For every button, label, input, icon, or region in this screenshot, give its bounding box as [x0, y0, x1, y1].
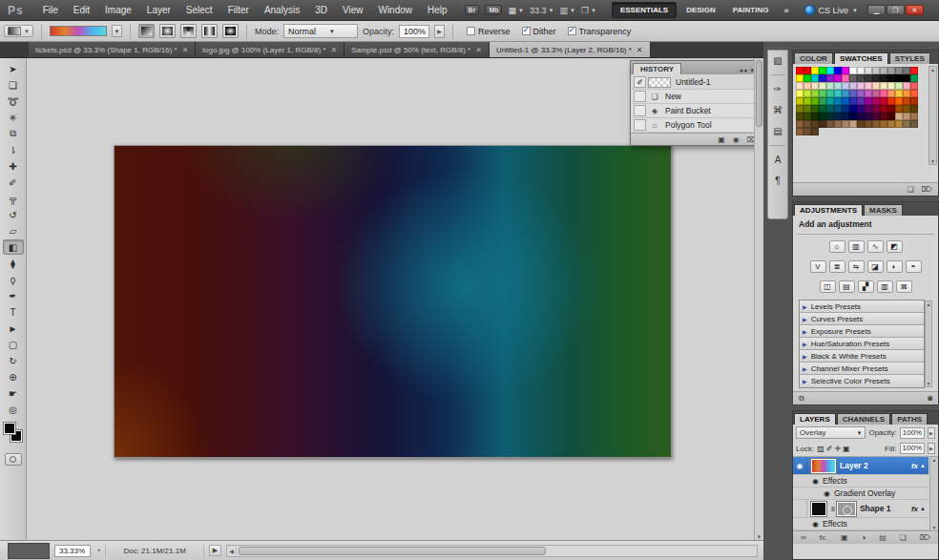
lock-icon[interactable]: ✐: [826, 445, 833, 453]
tool-button[interactable]: ☛: [3, 385, 24, 401]
history-snapshot-row[interactable]: ✐ Untitled-1: [632, 75, 754, 90]
color-swatch[interactable]: [865, 82, 872, 90]
history-tab[interactable]: HISTORY: [633, 63, 681, 74]
color-swatch[interactable]: [811, 128, 819, 135]
document-size-info[interactable]: Doc: 21.1M/21.1M: [105, 545, 203, 557]
tool-button[interactable]: ▢: [3, 337, 24, 352]
history-panel-menu-icon[interactable]: ◂◂ ▾≡: [735, 67, 754, 74]
color-swatch[interactable]: [796, 128, 803, 135]
menu-item[interactable]: 3D: [307, 0, 335, 20]
color-swatch[interactable]: [895, 97, 903, 105]
opacity-input[interactable]: 100%: [399, 25, 429, 38]
layers-footer-icon[interactable]: ⌦: [920, 533, 930, 542]
color-swatch[interactable]: [857, 113, 865, 120]
layer-blend-mode-select[interactable]: Overlay▼: [796, 426, 866, 439]
panel-tab[interactable]: LAYERS: [794, 413, 836, 425]
color-swatch[interactable]: [910, 67, 918, 74]
color-swatch[interactable]: [811, 120, 819, 128]
panel-icon-navigator[interactable]: ▧: [769, 53, 786, 68]
layer-opacity-input[interactable]: 100%: [900, 427, 925, 439]
color-swatch[interactable]: [872, 97, 880, 105]
color-swatch[interactable]: [826, 67, 834, 74]
adjustment-icon[interactable]: V: [810, 260, 826, 273]
menu-item[interactable]: Analysis: [257, 0, 307, 20]
color-swatch[interactable]: [819, 74, 826, 82]
color-swatch[interactable]: [880, 82, 887, 90]
vector-mask-thumbnail[interactable]: [837, 502, 856, 516]
color-swatch[interactable]: [910, 120, 918, 128]
color-swatch[interactable]: [887, 90, 895, 97]
color-swatch[interactable]: [903, 97, 910, 105]
color-swatch[interactable]: [880, 97, 887, 105]
color-swatch[interactable]: [834, 120, 842, 128]
layer-fill-stepper[interactable]: ▶: [928, 443, 935, 454]
color-swatch[interactable]: [842, 105, 849, 113]
visibility-eye-icon[interactable]: ◉: [808, 475, 823, 487]
menu-item[interactable]: Select: [178, 0, 220, 20]
color-swatch[interactable]: [849, 67, 857, 74]
color-swatch[interactable]: [880, 120, 887, 128]
adjustment-icon[interactable]: ◩: [887, 240, 903, 253]
color-swatch[interactable]: [895, 82, 903, 90]
history-state-row[interactable]: ◈ Paint Bucket: [632, 104, 754, 118]
blend-mode-select[interactable]: Normal▼: [283, 24, 358, 38]
collapse-effects-icon[interactable]: ▲: [920, 506, 929, 511]
color-swatch[interactable]: [910, 97, 918, 105]
color-swatch[interactable]: [803, 67, 811, 74]
color-swatch[interactable]: [819, 90, 826, 97]
color-swatch[interactable]: [834, 82, 842, 90]
layers-scrollbar[interactable]: ▲▼: [929, 457, 938, 530]
color-swatch[interactable]: [819, 67, 826, 74]
tool-button[interactable]: ▱: [3, 223, 24, 239]
checkbox-icon[interactable]: [568, 27, 576, 35]
color-swatch[interactable]: [826, 74, 834, 82]
tool-button[interactable]: ⧉: [3, 126, 24, 141]
option-checkbox[interactable]: Reverse: [467, 27, 511, 36]
visibility-eye-icon[interactable]: ◉: [820, 487, 834, 499]
color-swatch[interactable]: [796, 74, 803, 82]
adjustment-icon[interactable]: ≣: [829, 260, 845, 273]
color-swatch[interactable]: [872, 67, 880, 74]
visibility-eye-icon[interactable]: ◉: [793, 457, 807, 474]
color-swatch[interactable]: [842, 74, 849, 82]
history-footer-icon[interactable]: ⌦: [747, 135, 754, 144]
color-swatch[interactable]: [826, 113, 834, 120]
tool-button[interactable]: ⇂: [3, 142, 24, 157]
color-swatch[interactable]: [803, 113, 811, 120]
foreground-color-chip[interactable]: [4, 423, 15, 434]
color-swatch[interactable]: [803, 97, 811, 105]
tab-close-icon[interactable]: [182, 46, 189, 54]
layer-row-effects[interactable]: ◉ Effects: [793, 475, 929, 487]
color-swatch[interactable]: [903, 82, 910, 90]
color-swatch[interactable]: [803, 128, 811, 135]
collapse-effects-icon[interactable]: ▲: [920, 463, 929, 468]
color-swatch[interactable]: [819, 120, 826, 128]
lock-icon[interactable]: ▣: [843, 445, 850, 453]
color-swatch[interactable]: [903, 120, 910, 128]
history-state-row[interactable]: ⌂ Polygon Tool: [632, 118, 754, 133]
color-swatch[interactable]: [887, 113, 895, 120]
opacity-stepper[interactable]: ▶: [434, 25, 445, 38]
color-swatch[interactable]: [857, 67, 865, 74]
color-swatch[interactable]: [826, 97, 834, 105]
tool-button[interactable]: ✒: [3, 288, 24, 303]
color-swatch[interactable]: [849, 105, 857, 113]
color-swatch[interactable]: [842, 120, 849, 128]
color-swatch[interactable]: [819, 82, 826, 90]
diamond-gradient-button[interactable]: [222, 24, 239, 38]
color-swatch[interactable]: [865, 120, 872, 128]
tool-button[interactable]: ✐: [3, 175, 24, 190]
vertical-scroll-thumb[interactable]: [756, 60, 762, 127]
adjustment-icon[interactable]: ▥: [848, 240, 865, 253]
brush-presets-icon[interactable]: ✑: [769, 82, 786, 96]
tool-button[interactable]: ►: [3, 321, 24, 336]
adjustment-icon[interactable]: ◐: [887, 260, 903, 273]
minimize-button[interactable]: ▁: [867, 5, 886, 15]
tab-close-icon[interactable]: [475, 46, 482, 54]
color-swatch[interactable]: [803, 120, 811, 128]
layers-footer-icon[interactable]: ▤: [879, 533, 887, 542]
visibility-eye-icon[interactable]: ◉: [808, 518, 823, 529]
layers-footer-icon[interactable]: fx.: [820, 533, 827, 542]
color-swatch[interactable]: [865, 74, 872, 82]
canvas-area[interactable]: HISTORY ◂◂ ▾≡ ✐ Untitled-1: [27, 58, 754, 540]
